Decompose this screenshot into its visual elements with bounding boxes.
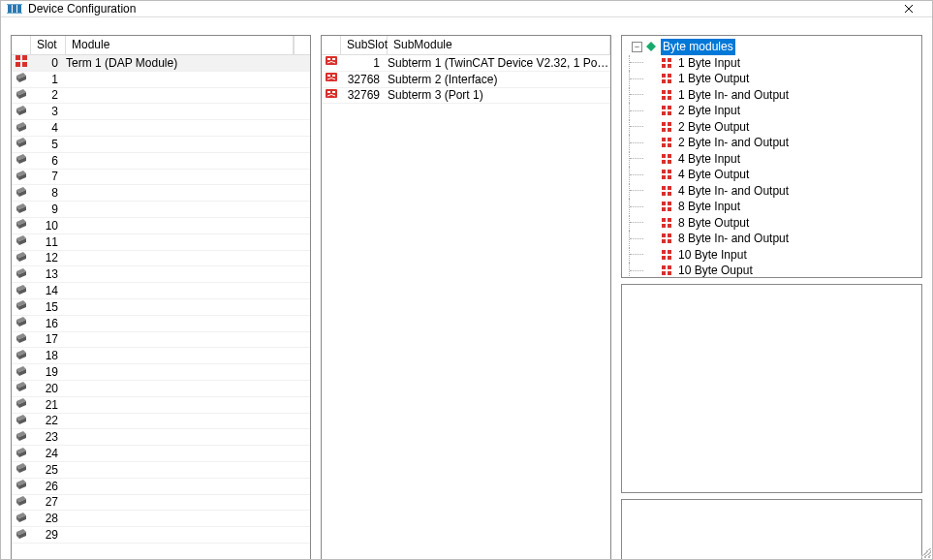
table-row[interactable]: 20 [12, 381, 310, 397]
svg-rect-161 [668, 271, 671, 275]
svg-rect-145 [668, 207, 671, 211]
empty-slot-icon [12, 169, 31, 185]
table-row[interactable]: 9 [12, 202, 310, 218]
tree-collapse-icon[interactable]: − [632, 42, 642, 52]
tree-node[interactable]: 8 Byte Input [624, 199, 919, 215]
table-row[interactable]: 28 [12, 511, 310, 527]
table-row[interactable]: 13 [12, 266, 310, 283]
tree-node-label: Byte modules [661, 39, 735, 55]
table-row[interactable]: 8 [12, 185, 310, 202]
svg-rect-4 [7, 13, 22, 14]
tree-node[interactable]: 1 Byte Input [624, 55, 919, 72]
slot-number: 0 [31, 56, 66, 70]
table-row[interactable]: 17 [12, 332, 310, 349]
slot-number: 24 [31, 447, 66, 460]
table-row[interactable]: 16 [12, 316, 310, 332]
table-row[interactable]: 25 [12, 462, 310, 479]
submodule-icon [322, 87, 341, 104]
tree-node[interactable]: 10 Byte Ouput [624, 263, 919, 277]
tree-node[interactable]: 4 Byte Input [624, 151, 919, 168]
table-row[interactable]: 23 [12, 429, 310, 446]
tree-node-label: 2 Byte In- and Output [676, 135, 791, 151]
tree-node[interactable]: 2 Byte Input [624, 103, 919, 119]
empty-slot-icon [12, 185, 31, 202]
svg-rect-146 [662, 218, 666, 222]
svg-rect-102 [326, 89, 337, 98]
subslot-table-body[interactable]: 1Subterm 1 (TwinCAT Device V2.32, 1 Port… [322, 55, 610, 560]
module-tree[interactable]: −Byte modules1 Byte Input1 Byte Output1 … [622, 36, 921, 277]
table-row[interactable]: 29 [12, 527, 310, 544]
table-row[interactable]: 21 [12, 397, 310, 414]
right-column: −Byte modules1 Byte Input1 Byte Output1 … [621, 35, 922, 560]
slot-number: 18 [31, 349, 66, 362]
tree-node[interactable]: 8 Byte Output [624, 215, 919, 232]
tree-node[interactable]: 8 Byte In- and Output [624, 231, 919, 247]
submodule-header[interactable]: SubModule [388, 36, 610, 54]
svg-rect-141 [668, 192, 671, 196]
tree-node[interactable]: 10 Byte Input [624, 247, 919, 264]
table-row[interactable]: 32768Subterm 2 (Interface) [322, 72, 610, 88]
svg-rect-156 [662, 256, 666, 260]
detail-panel [621, 284, 922, 493]
table-row[interactable]: 7 [12, 170, 310, 186]
svg-rect-137 [668, 175, 671, 179]
table-row[interactable]: 10 [12, 218, 310, 234]
tree-node[interactable]: 1 Byte Output [624, 71, 919, 87]
svg-rect-152 [662, 239, 666, 243]
slot-header[interactable]: Slot [31, 36, 66, 54]
table-row[interactable]: 14 [12, 283, 310, 299]
window-title: Device Configuration [28, 2, 889, 16]
svg-rect-139 [668, 186, 671, 190]
tree-node-root[interactable]: −Byte modules [624, 39, 919, 55]
table-row[interactable]: 15 [12, 299, 310, 316]
submodule-name: Subterm 3 (Port 1) [388, 88, 610, 102]
tree-node[interactable]: 1 Byte In- and Output [624, 87, 919, 104]
tree-node[interactable]: 2 Byte Output [624, 119, 919, 136]
table-row[interactable]: 18 [12, 348, 310, 364]
resize-grip-icon[interactable] [921, 548, 931, 558]
empty-slot-icon [12, 364, 31, 381]
svg-rect-2 [17, 5, 21, 13]
tree-node-label: 10 Byte Input [676, 247, 749, 264]
window-close-button[interactable] [889, 1, 928, 16]
tree-node[interactable]: 2 Byte In- and Output [624, 135, 919, 151]
tree-node[interactable]: 4 Byte In- and Output [624, 183, 919, 200]
svg-rect-114 [662, 90, 666, 94]
table-row[interactable]: 6 [12, 153, 310, 170]
table-row[interactable]: 19 [12, 364, 310, 381]
empty-slot-icon [12, 250, 31, 266]
table-row[interactable]: 1 [12, 72, 310, 88]
slot-horizontal-scrollbar[interactable] [12, 544, 310, 560]
empty-slot-icon [12, 283, 31, 299]
module-type-icon [661, 121, 672, 133]
slot-table-body[interactable]: 0Term 1 (DAP Module)12345678910111213141… [12, 55, 310, 544]
table-row[interactable]: 11 [12, 234, 310, 251]
slot-table-header: Slot Module [12, 36, 310, 55]
tree-node-label: 1 Byte Input [676, 55, 742, 72]
svg-rect-125 [668, 128, 671, 132]
empty-slot-icon [12, 315, 31, 331]
table-row[interactable]: 1Subterm 1 (TwinCAT Device V2.32, 1 Port… [322, 55, 610, 72]
slot-number: 16 [31, 317, 66, 330]
module-type-icon [661, 137, 672, 148]
module-type-icon [661, 153, 672, 165]
app-icon [7, 1, 22, 16]
table-row[interactable]: 22 [12, 414, 310, 430]
subslot-submodule-panel: SubSlot SubModule 1Subterm 1 (TwinCAT De… [321, 35, 611, 560]
table-row[interactable]: 26 [12, 479, 310, 495]
table-row[interactable]: 4 [12, 120, 310, 137]
table-row[interactable]: 0Term 1 (DAP Module) [12, 55, 310, 72]
empty-slot-icon [12, 429, 31, 446]
subslot-header[interactable]: SubSlot [341, 36, 388, 54]
svg-rect-133 [668, 160, 671, 164]
table-row[interactable]: 12 [12, 251, 310, 267]
table-row[interactable]: 27 [12, 495, 310, 512]
table-row[interactable]: 32769Subterm 3 (Port 1) [322, 88, 610, 105]
tree-node[interactable]: 4 Byte Output [624, 167, 919, 183]
tree-node-label: 8 Byte In- and Output [676, 231, 791, 247]
table-row[interactable]: 3 [12, 104, 310, 120]
table-row[interactable]: 24 [12, 446, 310, 462]
module-header[interactable]: Module [66, 36, 294, 54]
table-row[interactable]: 5 [12, 137, 310, 153]
table-row[interactable]: 2 [12, 88, 310, 105]
